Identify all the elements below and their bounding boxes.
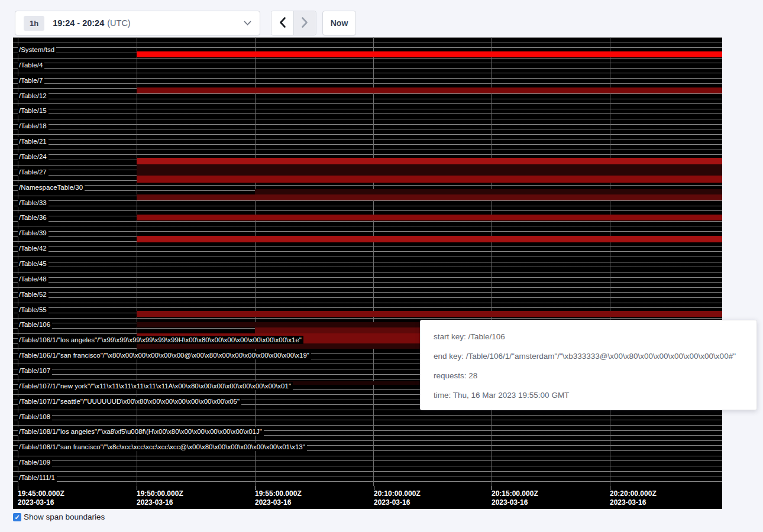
tooltip-requests: requests: 28 [434, 366, 743, 385]
span-row-label: /Table/33 [18, 199, 49, 207]
chevron-right-icon [301, 17, 309, 30]
time-gridline [492, 37, 492, 486]
time-tick-label: 20:15:00.000Z2023-03-16 [492, 489, 538, 507]
heat-band[interactable] [137, 176, 722, 183]
time-axis: 19:45:00.000Z2023-03-1619:50:00.000Z2023… [13, 486, 722, 509]
time-range-selector[interactable]: 1h 19:24 - 20:24 (UTC) [15, 11, 260, 35]
span-row-label: /Table/106/1/"los angeles"/"\x99\x99\x99… [18, 336, 303, 344]
time-tick-label: 19:45:00.000Z2023-03-16 [18, 489, 64, 507]
span-row-label: /Table/106/1/"san francisco"/"\x80\x00\x… [18, 351, 311, 359]
heat-band[interactable] [255, 189, 722, 194]
span-row-label: /Table/45 [18, 259, 49, 268]
heat-band[interactable] [137, 87, 722, 93]
span-row-label: /Table/106 [18, 320, 52, 329]
span-row-label: /Table/18 [18, 122, 49, 130]
time-gridline [373, 37, 374, 486]
span-row-label: /Table/21 [18, 137, 49, 145]
span-row-label: /Table/111/1 [18, 473, 57, 482]
heat-band[interactable] [137, 158, 722, 164]
span-row-label: /Table/108 [18, 413, 52, 421]
key-visualizer-canvas[interactable]: /System/tsd/Table/4/Table/7/Table/12/Tab… [13, 37, 722, 509]
span-row-label: /NamespaceTable/30 [18, 183, 85, 192]
time-step-button-group [271, 11, 316, 35]
time-gridline [137, 37, 137, 486]
heat-band[interactable] [137, 236, 722, 242]
show-span-boundaries-checkbox[interactable]: ✓ [13, 513, 21, 521]
time-range-text: 19:24 - 20:24 [53, 18, 104, 28]
chevron-down-icon [244, 21, 251, 26]
tooltip-start-key: start key: /Table/106 [434, 327, 743, 346]
span-row-label: /Table/15 [18, 106, 49, 115]
next-interval-button[interactable] [294, 11, 316, 35]
show-span-boundaries-label: Show span boundaries [24, 512, 105, 521]
time-gridline [610, 37, 610, 486]
span-row-label: /Table/42 [18, 244, 49, 252]
time-range-timezone: (UTC) [107, 18, 130, 28]
previous-interval-button[interactable] [271, 11, 294, 35]
span-row-label: /Table/107 [18, 366, 52, 375]
tooltip-end-key: end key: /Table/106/1/"amsterdam"/"\xb33… [434, 346, 743, 366]
span-row-label: /Table/36 [18, 213, 49, 222]
footer-options: ✓ Show span boundaries [13, 512, 105, 521]
chevron-left-icon [279, 17, 286, 30]
span-row-label: /Table/107/1/"seattle"/"UUUUUUD\x00\x80\… [18, 397, 241, 406]
span-row-label: /System/tsd [18, 46, 56, 54]
time-tick-label: 20:10:00.000Z2023-03-16 [374, 489, 421, 507]
now-button[interactable]: Now [322, 11, 356, 35]
heat-band[interactable] [137, 164, 722, 176]
span-row-label: /Table/109 [18, 458, 52, 466]
span-row-label: /Table/108/1/"los angeles"/"\xa8\xf5\u00… [18, 427, 264, 436]
toolbar: 1h 19:24 - 20:24 (UTC) Now [0, 0, 763, 37]
time-tick-label: 20:20:00.000Z2023-03-16 [610, 489, 657, 507]
span-row-label: /Table/39 [18, 229, 49, 237]
bucket-tooltip: start key: /Table/106 end key: /Table/10… [420, 320, 757, 410]
heat-band[interactable] [137, 194, 722, 200]
heat-band[interactable] [137, 311, 722, 317]
checkmark-icon: ✓ [14, 513, 20, 521]
time-tick-label: 19:50:00.000Z2023-03-16 [137, 489, 183, 507]
heatmap-plot-area[interactable]: /System/tsd/Table/4/Table/7/Table/12/Tab… [13, 37, 722, 486]
span-row-label: /Table/55 [18, 306, 49, 314]
heat-band[interactable] [137, 215, 722, 220]
span-row-label: /Table/27 [18, 168, 49, 176]
span-row-label: /Table/12 [18, 92, 49, 100]
time-tick-label: 19:55:00.000Z2023-03-16 [255, 489, 302, 507]
span-row-label: /Table/7 [18, 76, 44, 85]
time-range-duration-badge: 1h [24, 16, 44, 31]
span-row-label: /Table/52 [18, 290, 49, 299]
span-row-label: /Table/4 [18, 61, 44, 69]
tooltip-time: time: Thu, 16 Mar 2023 19:55:00 GMT [434, 385, 743, 405]
span-row-label: /Table/107/1/"new york"/"\x11\x11\x11\x1… [18, 382, 293, 390]
span-row-label: /Table/24 [18, 153, 49, 161]
heat-band[interactable] [137, 51, 722, 57]
span-row-label: /Table/48 [18, 275, 49, 283]
span-row-label: /Table/108/1/"san francisco"/"\x8c\xcc\x… [18, 443, 307, 451]
time-gridline [255, 37, 256, 486]
